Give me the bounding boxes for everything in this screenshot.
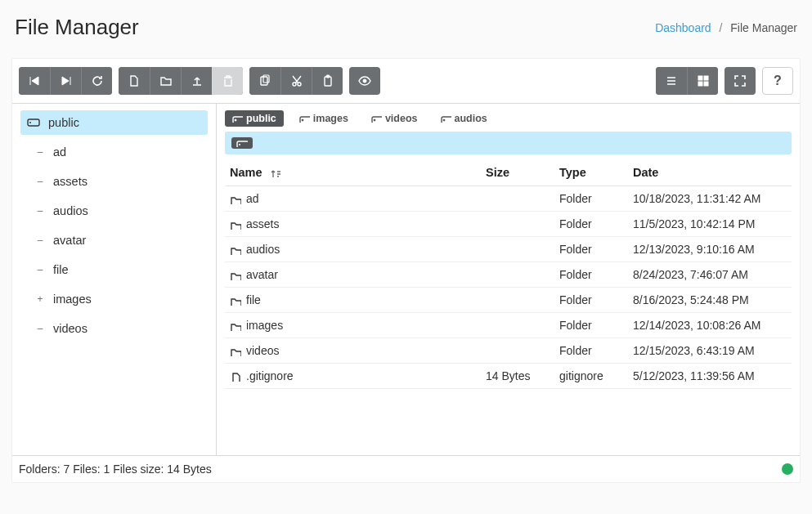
table-row[interactable]: avatarFolder8/24/2023, 7:46:07 AM	[225, 262, 792, 288]
file-name: assets	[246, 217, 279, 230]
grid-icon	[697, 74, 710, 87]
back-icon	[28, 74, 41, 87]
root-tab-label: audios	[455, 113, 487, 124]
copy-icon	[258, 74, 271, 87]
preview-toggle-button[interactable]	[349, 67, 380, 95]
eye-icon	[358, 74, 371, 87]
collapse-icon[interactable]: –	[35, 147, 45, 157]
column-header-type[interactable]: Type	[554, 159, 628, 186]
column-header-date[interactable]: Date	[628, 159, 792, 186]
root-tab-audios[interactable]: audios	[433, 110, 495, 127]
collapse-icon[interactable]: –	[35, 265, 45, 275]
tree-item-videos[interactable]: –videos	[25, 316, 208, 341]
column-name-label: Name	[230, 166, 262, 179]
file-type: Folder	[554, 338, 628, 364]
tree-item-avatar[interactable]: –avatar	[25, 228, 208, 253]
tree-item-images[interactable]: +images	[25, 287, 208, 311]
table-row[interactable]: assetsFolder11/5/2023, 10:42:14 PM	[225, 212, 792, 237]
collapse-icon[interactable]: –	[35, 235, 45, 245]
root-tab-label: images	[313, 113, 348, 124]
refresh-button[interactable]	[81, 67, 112, 95]
file-name: images	[246, 319, 283, 332]
file-name: avatar	[246, 268, 278, 281]
expand-icon[interactable]: +	[35, 294, 45, 304]
back-button[interactable]	[19, 67, 50, 95]
tree-item-file[interactable]: –file	[25, 257, 208, 282]
trash-icon	[222, 74, 235, 87]
tree-root-public[interactable]: public	[20, 110, 208, 135]
collapse-icon[interactable]: –	[35, 324, 45, 333]
file-size	[481, 313, 554, 338]
collapse-icon[interactable]: –	[35, 206, 45, 216]
hdd-icon	[441, 114, 451, 123]
paste-button[interactable]	[312, 67, 343, 95]
file-manager-panel: ? public –ad–assets–audios–avatar–file+i…	[11, 58, 801, 483]
file-date: 11/5/2023, 10:42:14 PM	[628, 212, 792, 237]
list-view-button[interactable]	[656, 67, 687, 95]
tree-item-assets[interactable]: –assets	[25, 169, 208, 194]
file-type: Folder	[554, 288, 628, 313]
tree-item-label: audios	[53, 204, 88, 217]
file-date: 12/15/2023, 6:43:19 AM	[628, 338, 792, 364]
file-date: 12/14/2023, 10:08:26 AM	[628, 313, 792, 338]
tree-item-audios[interactable]: –audios	[25, 199, 208, 223]
file-name: audios	[246, 243, 280, 256]
table-row[interactable]: .gitignore14 Bytesgitignore5/12/2023, 11…	[225, 364, 792, 389]
copy-button[interactable]	[249, 67, 280, 95]
paste-icon	[321, 74, 334, 87]
table-row[interactable]: imagesFolder12/14/2023, 10:08:26 AM	[225, 313, 792, 338]
folder-icon	[230, 321, 243, 331]
table-row[interactable]: audiosFolder12/13/2023, 9:10:16 AM	[225, 237, 792, 262]
path-root-chip[interactable]	[231, 137, 253, 149]
table-row[interactable]: videosFolder12/15/2023, 6:43:19 AM	[225, 338, 792, 364]
file-date: 5/12/2023, 11:39:56 AM	[628, 364, 792, 389]
new-folder-button[interactable]	[150, 67, 181, 95]
breadcrumb-link-dashboard[interactable]: Dashboard	[655, 21, 711, 34]
tree-item-label: assets	[53, 175, 87, 188]
root-tab-label: public	[246, 113, 276, 124]
root-tab-public[interactable]: public	[225, 110, 284, 127]
file-date: 10/18/2023, 11:31:42 AM	[628, 186, 792, 212]
file-size	[481, 237, 554, 262]
new-file-icon	[128, 74, 141, 87]
file-size: 14 Bytes	[481, 364, 554, 389]
new-file-button[interactable]	[119, 67, 150, 95]
path-bar[interactable]	[225, 132, 792, 154]
file-type: Folder	[554, 262, 628, 288]
tree-item-label: videos	[53, 322, 87, 335]
sort-asc-icon	[271, 168, 280, 179]
column-header-size[interactable]: Size	[481, 159, 554, 186]
file-size	[481, 288, 554, 313]
root-tab-images[interactable]: images	[292, 110, 356, 127]
root-tab-videos[interactable]: videos	[364, 110, 425, 127]
upload-icon	[191, 74, 204, 87]
grid-view-button[interactable]	[687, 67, 718, 95]
file-type: Folder	[554, 313, 628, 338]
column-header-name[interactable]: Name	[225, 159, 481, 186]
collapse-icon[interactable]: –	[35, 177, 45, 186]
folder-icon	[230, 296, 243, 306]
folder-icon	[230, 270, 243, 280]
table-row[interactable]: adFolder10/18/2023, 11:31:42 AM	[225, 186, 792, 212]
table-row[interactable]: fileFolder8/16/2023, 5:24:48 PM	[225, 288, 792, 313]
forward-button[interactable]	[50, 67, 81, 95]
file-type: Folder	[554, 212, 628, 237]
file-size	[481, 212, 554, 237]
forward-icon	[60, 74, 73, 87]
tree-item-ad[interactable]: –ad	[25, 140, 208, 164]
file-type: gitignore	[554, 364, 628, 389]
cut-button[interactable]	[280, 67, 312, 95]
hdd-icon	[232, 114, 243, 123]
toolbar: ?	[12, 59, 800, 104]
help-button[interactable]: ?	[762, 67, 793, 95]
hdd-icon	[236, 139, 248, 147]
upload-button[interactable]	[181, 67, 212, 95]
folder-icon	[230, 194, 243, 204]
file-type: Folder	[554, 186, 628, 212]
delete-button	[212, 67, 243, 95]
folder-icon	[230, 346, 243, 356]
fullscreen-button[interactable]	[725, 67, 756, 95]
tree-item-label: images	[53, 293, 92, 306]
refresh-icon	[91, 74, 104, 87]
page-header: File Manager Dashboard / File Manager	[0, 0, 812, 58]
